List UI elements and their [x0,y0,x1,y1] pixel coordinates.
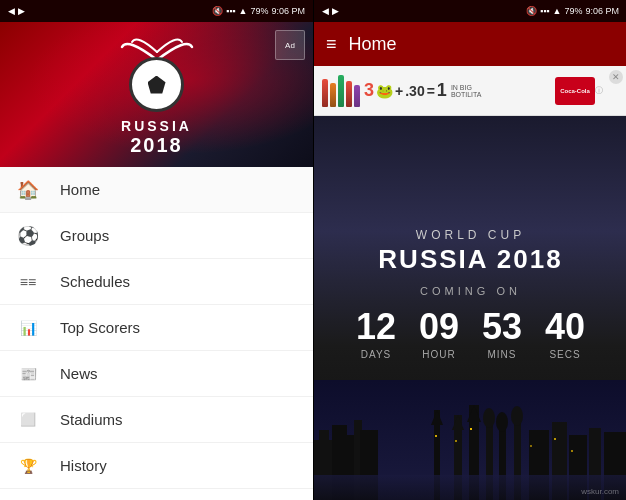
app-bar: ≡ Home [314,22,626,66]
ad-coca-cola-logo: Coca-Cola [555,77,595,105]
menu-item-home[interactable]: 🏠 Home [0,167,313,213]
countdown-mins-label: MINS [488,349,517,360]
ad-content: 3 🐸 + .30 = 1 IN BIG BOTILITA [322,75,555,107]
home-icon: 🏠 [16,178,40,202]
mute-icon: 🔇 [212,6,223,16]
menu-item-stadiums[interactable]: ⬜ Stadiums [0,397,313,443]
menu-label-top-scorers: Top Scorers [60,319,140,336]
hamburger-button[interactable]: ≡ [326,34,337,55]
menu-label-history: History [60,457,107,474]
ad-logo-text: Coca-Cola [560,88,590,94]
right-back-icon: ◀ [322,6,329,16]
countdown-hours-label: HOUR [422,349,455,360]
countdown-days-value: 12 [356,309,396,345]
world-cup-label: WORLD CUP [416,228,525,242]
ad-desc-line1: IN BIG [451,84,482,91]
right-time-text: 9:06 PM [585,6,619,16]
news-icon: 📰 [16,362,40,386]
right-signal-icon: ▪▪▪ [540,6,550,16]
signal-icon: ▪▪▪ [226,6,236,16]
ball-logo [129,57,184,112]
coming-on-label: COMING ON [420,285,521,297]
menu-item-settings[interactable]: ⚙ Settings [0,489,313,500]
countdown-secs: 40 SECS [538,309,593,360]
ad-close-button[interactable]: ✕ [609,70,623,84]
time-text: 9:06 PM [271,6,305,16]
ad-thirty: .30 [405,83,424,99]
main-content: WORLD CUP RUSSIA 2018 COMING ON 12 DAYS … [314,116,626,500]
drawer-ad-placeholder: Ad [275,30,305,60]
right-status-right-icons: 🔇 ▪▪▪ ▲ 79% 9:06 PM [526,6,619,16]
ball-pentagon [148,76,166,94]
menu-label-home: Home [60,181,100,198]
menu-label-groups: Groups [60,227,109,244]
right-forward-icon: ▶ [332,6,339,16]
ad-text: 3 🐸 + .30 = 1 IN BIG BOTILITA [364,80,481,101]
ad-emoji: 🐸 [376,83,393,99]
menu-label-news: News [60,365,98,382]
content-overlay: WORLD CUP RUSSIA 2018 COMING ON 12 DAYS … [314,116,626,500]
menu-item-top-scorers[interactable]: 📊 Top Scorers [0,305,313,351]
countdown-secs-value: 40 [545,309,585,345]
menu-item-history[interactable]: 🏆 History [0,443,313,489]
menu-item-schedules[interactable]: ≡≡ Schedules [0,259,313,305]
groups-icon: ⚽ [16,224,40,248]
countdown-hours: 09 HOUR [412,309,467,360]
back-icon: ◀ [8,6,15,16]
ad-info-icon[interactable]: ⓘ [595,85,603,96]
ad-description: IN BIG BOTILITA [451,84,482,98]
main-panel: ◀ ▶ 🔇 ▪▪▪ ▲ 79% 9:06 PM ≡ Home 3 [314,0,626,500]
forward-icon: ▶ [18,6,25,16]
wifi-icon: ▲ [239,6,248,16]
app-bar-title: Home [349,34,397,55]
right-battery-text: 79% [564,6,582,16]
drawer-panel: ◀ ▶ 🔇 ▪▪▪ ▲ 79% 9:06 PM RUSSIA 2018 [0,0,313,500]
schedules-icon: ≡≡ [16,270,40,294]
countdown-timer: 12 DAYS 09 HOUR 53 MINS 40 SECS [349,309,593,360]
ad-desc-line2: BOTILITA [451,91,482,98]
countdown-hours-value: 09 [419,309,459,345]
russia-2018-title: RUSSIA 2018 [378,244,562,275]
ad-banner: 3 🐸 + .30 = 1 IN BIG BOTILITA Coca-Cola … [314,66,626,116]
right-wifi-icon: ▲ [553,6,562,16]
right-status-bar: ◀ ▶ 🔇 ▪▪▪ ▲ 79% 9:06 PM [314,0,626,22]
left-status-right-icons: 🔇 ▪▪▪ ▲ 79% 9:06 PM [212,6,305,16]
right-status-left-icons: ◀ ▶ [322,6,339,16]
countdown-days: 12 DAYS [349,309,404,360]
ad-bottles [322,75,360,107]
stadiums-icon: ⬜ [16,408,40,432]
menu-list: 🏠 Home ⚽ Groups ≡≡ Schedules 📊 Top Score… [0,167,313,500]
ad-plus: + [395,83,403,99]
header-country: RUSSIA [121,118,192,134]
battery-text: 79% [250,6,268,16]
ad-one: 1 [437,80,447,101]
top-scorers-icon: 📊 [16,316,40,340]
drawer-header: RUSSIA 2018 Ad [0,22,313,167]
menu-label-schedules: Schedules [60,273,130,290]
menu-item-groups[interactable]: ⚽ Groups [0,213,313,259]
countdown-days-label: DAYS [361,349,392,360]
left-status-bar: ◀ ▶ 🔇 ▪▪▪ ▲ 79% 9:06 PM [0,0,313,22]
ad-number: 3 [364,80,374,101]
header-year: 2018 [130,134,183,157]
countdown-mins: 53 MINS [475,309,530,360]
menu-label-stadiums: Stadiums [60,411,123,428]
menu-item-news[interactable]: 📰 News [0,351,313,397]
countdown-secs-label: SECS [549,349,580,360]
countdown-mins-value: 53 [482,309,522,345]
history-icon: 🏆 [16,454,40,478]
left-status-left-icons: ◀ ▶ [8,6,25,16]
right-mute-icon: 🔇 [526,6,537,16]
watermark: wskur.com [581,487,619,496]
ad-equals: = [427,83,435,99]
